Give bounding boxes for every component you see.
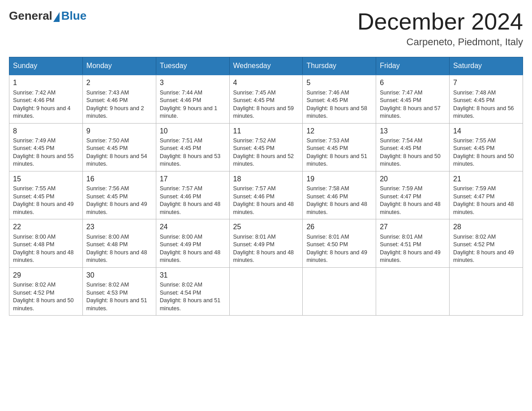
day-info: Sunrise: 7:56 AMSunset: 4:45 PMDaylight:… <box>86 185 152 216</box>
day-number: 22 <box>13 222 79 232</box>
header-saturday: Saturday <box>450 57 523 75</box>
header-friday: Friday <box>376 57 450 75</box>
calendar-cell: 29 Sunrise: 8:02 AMSunset: 4:52 PMDaylig… <box>9 267 83 315</box>
calendar-cell: 17 Sunrise: 7:57 AMSunset: 4:46 PMDaylig… <box>156 171 229 219</box>
day-number: 16 <box>86 174 152 184</box>
day-number: 15 <box>13 174 79 184</box>
calendar-cell: 23 Sunrise: 8:00 AMSunset: 4:48 PMDaylig… <box>82 219 156 267</box>
calendar-cell: 7 Sunrise: 7:48 AMSunset: 4:45 PMDayligh… <box>450 75 523 123</box>
day-info: Sunrise: 7:57 AMSunset: 4:46 PMDaylight:… <box>233 185 299 216</box>
calendar-cell: 21 Sunrise: 7:59 AMSunset: 4:47 PMDaylig… <box>450 171 523 219</box>
calendar-cell: 12 Sunrise: 7:53 AMSunset: 4:45 PMDaylig… <box>303 123 376 171</box>
day-info: Sunrise: 7:52 AMSunset: 4:45 PMDaylight:… <box>233 137 299 168</box>
day-number: 7 <box>453 78 519 88</box>
calendar-cell: 11 Sunrise: 7:52 AMSunset: 4:45 PMDaylig… <box>229 123 303 171</box>
day-number: 19 <box>306 174 372 184</box>
day-number: 18 <box>233 174 299 184</box>
calendar-cell <box>450 267 523 315</box>
day-info: Sunrise: 7:53 AMSunset: 4:45 PMDaylight:… <box>306 137 372 168</box>
day-number: 14 <box>453 126 519 136</box>
day-number: 8 <box>13 126 79 136</box>
day-info: Sunrise: 7:45 AMSunset: 4:45 PMDaylight:… <box>233 89 299 120</box>
day-info: Sunrise: 7:59 AMSunset: 4:47 PMDaylight:… <box>380 185 446 216</box>
day-info: Sunrise: 8:00 AMSunset: 4:48 PMDaylight:… <box>13 233 79 265</box>
logo-triangle-icon <box>53 12 60 22</box>
title-section: December 2024 Carpeneto, Piedmont, Italy <box>357 9 523 48</box>
day-number: 26 <box>306 222 372 232</box>
day-info: Sunrise: 8:00 AMSunset: 4:48 PMDaylight:… <box>86 233 152 265</box>
day-info: Sunrise: 7:48 AMSunset: 4:45 PMDaylight:… <box>453 89 519 120</box>
calendar-cell: 3 Sunrise: 7:44 AMSunset: 4:46 PMDayligh… <box>156 75 229 123</box>
day-info: Sunrise: 7:47 AMSunset: 4:45 PMDaylight:… <box>380 89 446 120</box>
day-number: 3 <box>160 78 226 88</box>
day-number: 4 <box>233 78 299 88</box>
day-number: 30 <box>86 270 152 280</box>
calendar-cell: 24 Sunrise: 8:00 AMSunset: 4:49 PMDaylig… <box>156 219 229 267</box>
day-number: 24 <box>160 222 226 232</box>
day-info: Sunrise: 7:46 AMSunset: 4:45 PMDaylight:… <box>306 89 372 120</box>
day-info: Sunrise: 7:50 AMSunset: 4:45 PMDaylight:… <box>86 137 152 168</box>
day-number: 29 <box>13 270 79 280</box>
calendar-cell: 2 Sunrise: 7:43 AMSunset: 4:46 PMDayligh… <box>82 75 156 123</box>
calendar-cell <box>229 267 303 315</box>
day-number: 25 <box>233 222 299 232</box>
day-info: Sunrise: 8:00 AMSunset: 4:49 PMDaylight:… <box>160 233 226 265</box>
day-number: 6 <box>380 78 446 88</box>
header-tuesday: Tuesday <box>156 57 229 75</box>
week-row-4: 22 Sunrise: 8:00 AMSunset: 4:48 PMDaylig… <box>9 219 523 267</box>
day-info: Sunrise: 8:02 AMSunset: 4:52 PMDaylight:… <box>453 233 519 265</box>
calendar-cell: 30 Sunrise: 8:02 AMSunset: 4:53 PMDaylig… <box>82 267 156 315</box>
calendar-cell <box>376 267 450 315</box>
header-thursday: Thursday <box>303 57 376 75</box>
calendar-cell: 8 Sunrise: 7:49 AMSunset: 4:45 PMDayligh… <box>9 123 83 171</box>
days-of-week-row: Sunday Monday Tuesday Wednesday Thursday… <box>9 57 523 75</box>
day-info: Sunrise: 7:54 AMSunset: 4:45 PMDaylight:… <box>380 137 446 168</box>
logo-general-text: General <box>9 9 52 23</box>
day-number: 9 <box>86 126 152 136</box>
calendar-cell: 4 Sunrise: 7:45 AMSunset: 4:45 PMDayligh… <box>229 75 303 123</box>
day-number: 11 <box>233 126 299 136</box>
calendar-cell: 13 Sunrise: 7:54 AMSunset: 4:45 PMDaylig… <box>376 123 450 171</box>
calendar-cell <box>303 267 376 315</box>
day-number: 20 <box>380 174 446 184</box>
calendar-cell: 22 Sunrise: 8:00 AMSunset: 4:48 PMDaylig… <box>9 219 83 267</box>
calendar-header: Sunday Monday Tuesday Wednesday Thursday… <box>9 57 523 75</box>
calendar-cell: 18 Sunrise: 7:57 AMSunset: 4:46 PMDaylig… <box>229 171 303 219</box>
day-info: Sunrise: 8:02 AMSunset: 4:54 PMDaylight:… <box>160 281 226 313</box>
calendar-table: Sunday Monday Tuesday Wednesday Thursday… <box>9 57 523 316</box>
day-number: 12 <box>306 126 372 136</box>
day-info: Sunrise: 7:49 AMSunset: 4:45 PMDaylight:… <box>13 137 79 168</box>
day-info: Sunrise: 7:55 AMSunset: 4:45 PMDaylight:… <box>453 137 519 168</box>
day-number: 1 <box>13 78 79 88</box>
day-info: Sunrise: 8:01 AMSunset: 4:49 PMDaylight:… <box>233 233 299 265</box>
calendar-cell: 16 Sunrise: 7:56 AMSunset: 4:45 PMDaylig… <box>82 171 156 219</box>
week-row-2: 8 Sunrise: 7:49 AMSunset: 4:45 PMDayligh… <box>9 123 523 171</box>
calendar-cell: 27 Sunrise: 8:01 AMSunset: 4:51 PMDaylig… <box>376 219 450 267</box>
day-info: Sunrise: 7:55 AMSunset: 4:45 PMDaylight:… <box>13 185 79 216</box>
day-info: Sunrise: 7:43 AMSunset: 4:46 PMDaylight:… <box>86 89 152 120</box>
calendar-cell: 1 Sunrise: 7:42 AMSunset: 4:46 PMDayligh… <box>9 75 83 123</box>
header-wednesday: Wednesday <box>229 57 303 75</box>
calendar-body: 1 Sunrise: 7:42 AMSunset: 4:46 PMDayligh… <box>9 75 523 315</box>
day-info: Sunrise: 7:59 AMSunset: 4:47 PMDaylight:… <box>453 185 519 216</box>
day-info: Sunrise: 7:51 AMSunset: 4:45 PMDaylight:… <box>160 137 226 168</box>
calendar-cell: 14 Sunrise: 7:55 AMSunset: 4:45 PMDaylig… <box>450 123 523 171</box>
day-number: 28 <box>453 222 519 232</box>
day-info: Sunrise: 7:42 AMSunset: 4:46 PMDaylight:… <box>13 89 79 120</box>
calendar-cell: 26 Sunrise: 8:01 AMSunset: 4:50 PMDaylig… <box>303 219 376 267</box>
calendar-cell: 9 Sunrise: 7:50 AMSunset: 4:45 PMDayligh… <box>82 123 156 171</box>
day-info: Sunrise: 7:58 AMSunset: 4:46 PMDaylight:… <box>306 185 372 216</box>
day-info: Sunrise: 8:01 AMSunset: 4:51 PMDaylight:… <box>380 233 446 265</box>
calendar-cell: 20 Sunrise: 7:59 AMSunset: 4:47 PMDaylig… <box>376 171 450 219</box>
calendar-cell: 10 Sunrise: 7:51 AMSunset: 4:45 PMDaylig… <box>156 123 229 171</box>
day-number: 27 <box>380 222 446 232</box>
week-row-1: 1 Sunrise: 7:42 AMSunset: 4:46 PMDayligh… <box>9 75 523 123</box>
day-number: 2 <box>86 78 152 88</box>
month-year-title: December 2024 <box>357 9 523 34</box>
location-subtitle: Carpeneto, Piedmont, Italy <box>357 36 523 48</box>
week-row-5: 29 Sunrise: 8:02 AMSunset: 4:52 PMDaylig… <box>9 267 523 315</box>
header-sunday: Sunday <box>9 57 83 75</box>
day-info: Sunrise: 8:02 AMSunset: 4:53 PMDaylight:… <box>86 281 152 313</box>
page-header: General Blue December 2024 Carpeneto, Pi… <box>9 9 523 48</box>
day-number: 21 <box>453 174 519 184</box>
